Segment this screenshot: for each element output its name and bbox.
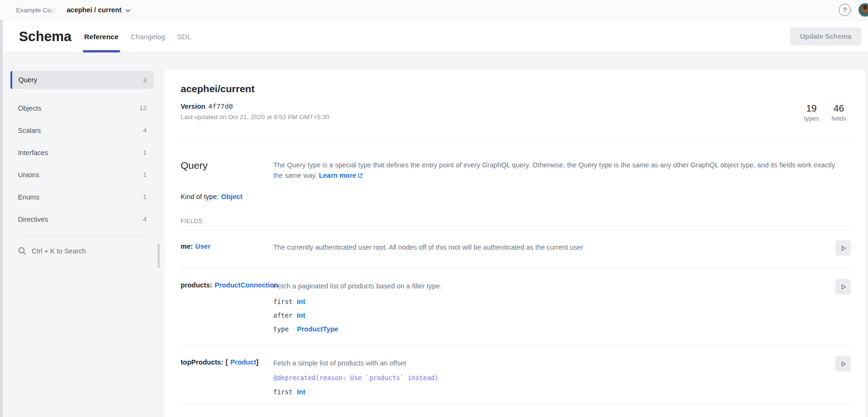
- stat-label: types: [804, 115, 819, 122]
- field-description: The currently authenticated user root. A…: [273, 243, 822, 256]
- field-name: me:User: [181, 243, 273, 256]
- schema-search[interactable]: Ctrl + K to Search: [10, 243, 154, 259]
- sidebar-item-count: 4: [143, 127, 147, 134]
- sidebar-item-interfaces[interactable]: Interfaces 1: [10, 141, 154, 164]
- field-args: first Int after Int type ProductType: [273, 298, 822, 333]
- query-type-section: Query The Query type is a special type t…: [165, 138, 865, 405]
- sidebar-item-count: 1: [143, 171, 147, 178]
- field-type-link[interactable]: ProductConnection: [215, 281, 278, 289]
- schema-reference-card: acephei/current Version4f77d0 Last updat…: [165, 70, 865, 417]
- topbar-right: ?: [839, 3, 868, 17]
- arg-name: first: [273, 388, 297, 396]
- search-hint: Ctrl + K to Search: [32, 247, 86, 255]
- field-name: products:ProductConnection: [181, 281, 273, 333]
- field-row-products: products:ProductConnection Fetch a pagin…: [181, 269, 851, 346]
- tab-changelog[interactable]: Changelog: [131, 20, 165, 52]
- arg-row: first Int: [273, 298, 822, 305]
- sidebar-item-scalars[interactable]: Scalars 4: [10, 119, 154, 141]
- field-name-text: topProducts:: [181, 358, 223, 366]
- stat-value: 19: [804, 103, 819, 114]
- update-schema-button[interactable]: Update Schema: [790, 27, 861, 45]
- play-icon: [840, 245, 847, 252]
- field-args: first Int: [273, 388, 822, 396]
- tabs: Reference Changelog SDL: [84, 20, 191, 52]
- play-icon: [840, 284, 847, 290]
- last-updated: Last updated on Oct 21, 2020 at 9:53 PM …: [181, 113, 849, 121]
- run-query-button[interactable]: [835, 279, 851, 295]
- sidebar-nav-list: Objects 12 Scalars 4 Interfaces 1 Unions…: [10, 95, 154, 230]
- sidebar-item-label: Objects: [18, 104, 139, 112]
- bracket: ]: [256, 358, 259, 366]
- field-description: Fetch a paginated list of products based…: [273, 281, 822, 291]
- sidebar-item-query[interactable]: Query 3: [10, 71, 154, 89]
- sidebar-item-count: 1: [143, 149, 147, 156]
- content-area: Query 3 Objects 12 Scalars 4 Interfaces …: [0, 52, 868, 417]
- arg-type-link[interactable]: Int: [297, 312, 305, 319]
- arg-type-link[interactable]: Int: [297, 298, 305, 305]
- sidebar-scrollbar-thumb[interactable]: [157, 243, 160, 268]
- arg-row: type ProductType: [273, 325, 822, 333]
- sidebar-item-label: Interfaces: [18, 149, 143, 156]
- kind-object-link[interactable]: Object: [221, 193, 243, 200]
- kind-of-type: Kind of type:Object: [181, 193, 851, 200]
- field-name: topProducts:[Product]: [181, 358, 273, 396]
- stat-value: 46: [831, 103, 846, 114]
- version-line: Version4f77d0: [181, 103, 849, 110]
- question-icon: ?: [843, 7, 847, 13]
- sidebar-item-objects[interactable]: Objects 12: [10, 97, 154, 119]
- chevron-down-icon: [125, 9, 130, 12]
- deprecated-annotation: @deprecated(reason: Use `products` inste…: [273, 374, 822, 382]
- arg-row: after Int: [273, 312, 822, 319]
- arg-type-link[interactable]: ProductType: [297, 325, 339, 333]
- tab-label: Changelog: [131, 33, 165, 41]
- sidebar-item-label: Enums: [18, 193, 143, 201]
- sidebar-item-label: Query: [18, 76, 143, 84]
- field-name-text: products:: [181, 281, 212, 289]
- version-label: Version: [181, 103, 205, 110]
- field-row-me: me:User The currently authenticated user…: [181, 230, 851, 269]
- arg-name: first: [273, 298, 297, 305]
- left-edge-strip: [0, 20, 3, 417]
- field-type-link[interactable]: Product: [230, 358, 256, 366]
- field-detail: Fetch a simple list of products with an …: [273, 358, 822, 396]
- arg-type-link[interactable]: Int: [297, 388, 305, 396]
- run-query-button[interactable]: [835, 240, 851, 256]
- tab-label: Reference: [84, 33, 119, 41]
- field-detail: Fetch a paginated list of products based…: [273, 281, 822, 333]
- field-name-text: me:: [181, 243, 193, 250]
- avatar[interactable]: [858, 3, 868, 17]
- graph-selector-dropdown[interactable]: acephei / current: [67, 6, 130, 14]
- tab-sdl[interactable]: SDL: [177, 20, 191, 52]
- sidebar-item-count: 3: [143, 77, 147, 84]
- sidebar-item-label: Directives: [18, 216, 143, 223]
- page-header: Schema Reference Changelog SDL Update Sc…: [0, 20, 868, 52]
- graph-selector-label: acephei / current: [67, 6, 122, 14]
- kind-label: Kind of type:: [181, 193, 219, 200]
- learn-more-link[interactable]: Learn more: [319, 172, 356, 179]
- arg-row: first Int: [273, 388, 822, 396]
- sidebar-item-count: 12: [139, 104, 147, 112]
- bracket: [: [226, 358, 228, 366]
- sidebar-item-directives[interactable]: Directives 4: [10, 208, 154, 230]
- arg-name: after: [273, 312, 297, 319]
- run-query-button[interactable]: [835, 356, 851, 372]
- tab-label: SDL: [177, 33, 191, 41]
- field-row-topproducts: topProducts:[Product] Fetch a simple lis…: [181, 346, 851, 405]
- sidebar-item-count: 4: [143, 216, 147, 223]
- stat-label: fields: [831, 115, 846, 122]
- field-description: Fetch a simple list of products with an …: [273, 358, 822, 368]
- help-button[interactable]: ?: [839, 4, 851, 16]
- graph-header: acephei/current Version4f77d0 Last updat…: [165, 70, 865, 121]
- page-title: Schema: [19, 28, 71, 44]
- sidebar-item-label: Scalars: [18, 127, 143, 134]
- field-type-link[interactable]: User: [195, 243, 210, 250]
- schema-sidebar: Query 3 Objects 12 Scalars 4 Interfaces …: [10, 71, 154, 259]
- stat-types: 19 types: [804, 103, 819, 122]
- sidebar-item-enums[interactable]: Enums 1: [10, 186, 154, 208]
- type-description: The Query type is a special type that de…: [273, 160, 836, 181]
- sidebar-item-count: 1: [143, 193, 147, 200]
- tab-reference[interactable]: Reference: [84, 20, 119, 52]
- sidebar-item-unions[interactable]: Unions 1: [10, 164, 154, 186]
- type-name: Query: [181, 160, 273, 181]
- type-summary: Query The Query type is a special type t…: [181, 160, 851, 181]
